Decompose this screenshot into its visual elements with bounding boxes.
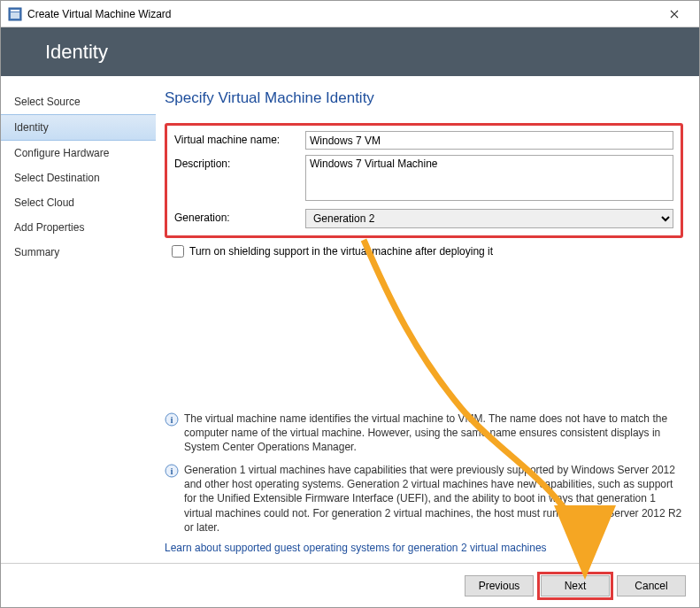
learn-more-link[interactable]: Learn about supported guest operating sy… <box>165 542 683 554</box>
description-label: Description: <box>174 155 305 170</box>
main-heading: Specify Virtual Machine Identity <box>165 89 683 107</box>
info-text-generation: Generation 1 virtual machines have capab… <box>184 463 683 535</box>
sidebar-item-select-destination[interactable]: Select Destination <box>1 165 156 190</box>
header-band: Identity <box>1 27 699 76</box>
main-content: Specify Virtual Machine Identity Virtual… <box>156 76 699 563</box>
identity-fields-highlight: Virtual machine name: Description: Gener… <box>165 123 683 238</box>
close-button[interactable] <box>657 2 692 27</box>
info-text-vm-name: The virtual machine name identifies the … <box>184 412 683 455</box>
wizard-footer: Previous Next Cancel <box>1 563 699 607</box>
svg-rect-2 <box>11 12 19 19</box>
info-icon: i <box>165 412 179 427</box>
titlebar: Create Virtual Machine Wizard <box>1 1 699 27</box>
sidebar-item-configure-hardware[interactable]: Configure Hardware <box>1 141 156 165</box>
app-icon <box>8 7 22 21</box>
shielding-label: Turn on shielding support in the virtual… <box>189 245 493 258</box>
shielding-checkbox[interactable] <box>172 245 184 258</box>
window-title: Create Virtual Machine Wizard <box>27 8 657 20</box>
cancel-button[interactable]: Cancel <box>617 575 686 596</box>
page-title: Identity <box>45 41 108 64</box>
sidebar-item-summary[interactable]: Summary <box>1 240 156 265</box>
generation-label: Generation: <box>174 209 305 224</box>
svg-rect-1 <box>11 10 19 12</box>
sidebar-item-identity[interactable]: Identity <box>1 114 156 141</box>
previous-button[interactable]: Previous <box>465 575 534 596</box>
info-icon: i <box>165 464 179 478</box>
generation-select[interactable]: Generation 2 <box>305 209 673 228</box>
next-button[interactable]: Next <box>541 575 610 596</box>
sidebar-item-select-source[interactable]: Select Source <box>1 89 156 114</box>
svg-text:i: i <box>170 466 173 476</box>
wizard-sidebar: Select Source Identity Configure Hardwar… <box>1 76 156 563</box>
svg-text:i: i <box>170 414 173 425</box>
vm-name-input[interactable] <box>305 131 673 150</box>
sidebar-item-select-cloud[interactable]: Select Cloud <box>1 190 156 215</box>
sidebar-item-add-properties[interactable]: Add Properties <box>1 215 156 240</box>
description-input[interactable] <box>305 155 673 201</box>
vm-name-label: Virtual machine name: <box>174 131 305 146</box>
